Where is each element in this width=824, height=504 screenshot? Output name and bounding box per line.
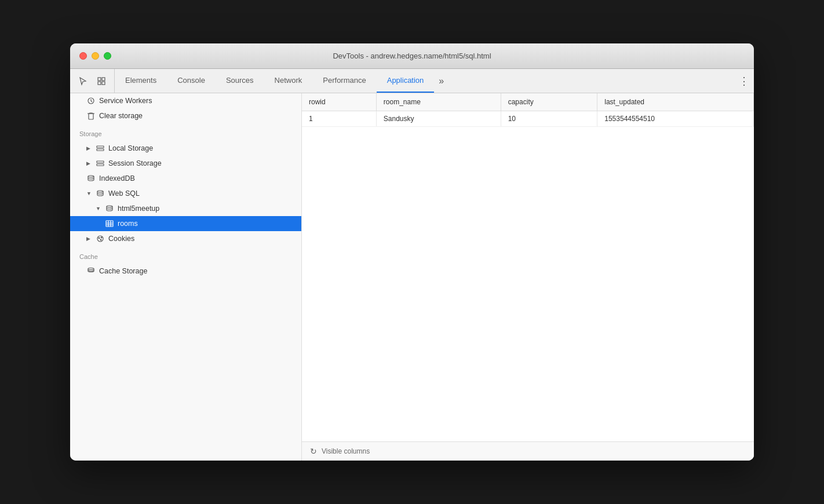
cell-rowid: 1 bbox=[302, 111, 376, 127]
content-area: Service Workers Clear storage Storage bbox=[70, 93, 754, 461]
maximize-button[interactable] bbox=[104, 52, 111, 60]
storage-section-label: Storage bbox=[70, 123, 301, 141]
sidebar-item-indexed-db[interactable]: IndexedDB bbox=[70, 171, 301, 186]
session-storage-icon bbox=[96, 159, 105, 168]
session-storage-chevron: ▶ bbox=[86, 160, 92, 166]
inspect-icon[interactable] bbox=[93, 73, 110, 89]
local-storage-chevron: ▶ bbox=[86, 145, 92, 151]
sidebar-item-cache-storage[interactable]: Cache Storage bbox=[70, 264, 301, 279]
svg-rect-5 bbox=[97, 146, 104, 148]
service-workers-icon bbox=[86, 96, 96, 105]
tab-elements[interactable]: Elements bbox=[115, 69, 167, 93]
data-table: rowid room_name capacity last_updated 1 … bbox=[302, 93, 754, 127]
tab-network[interactable]: Network bbox=[264, 69, 313, 93]
table-row[interactable]: 1 Sandusky 10 1553544554510 bbox=[302, 111, 754, 127]
svg-point-9 bbox=[88, 176, 94, 177]
html5meetup-icon bbox=[105, 204, 114, 213]
tab-more-button[interactable]: » bbox=[434, 69, 449, 93]
sidebar-item-cookies[interactable]: ▶ Cookies bbox=[70, 231, 301, 246]
titlebar: DevTools - andrew.hedges.name/html5/sql.… bbox=[70, 43, 754, 69]
svg-point-13 bbox=[97, 236, 103, 242]
col-capacity: capacity bbox=[501, 93, 597, 111]
col-last-updated: last_updated bbox=[597, 93, 754, 111]
trash-icon bbox=[86, 111, 96, 120]
traffic-lights bbox=[79, 52, 111, 60]
table-header-row: rowid room_name capacity last_updated bbox=[302, 93, 754, 111]
cell-capacity: 10 bbox=[501, 111, 597, 127]
sidebar-item-clear-storage[interactable]: Clear storage bbox=[70, 108, 301, 123]
sidebar-item-local-storage[interactable]: ▶ Local Storage bbox=[70, 141, 301, 156]
minimize-button[interactable] bbox=[92, 52, 99, 60]
indexed-db-icon bbox=[86, 174, 96, 183]
svg-point-10 bbox=[97, 191, 103, 192]
svg-point-11 bbox=[107, 206, 112, 207]
cell-last-updated: 1553544554510 bbox=[597, 111, 754, 127]
sidebar-item-session-storage[interactable]: ▶ Session Storage bbox=[70, 156, 301, 171]
local-storage-icon bbox=[96, 144, 105, 153]
tab-menu-button[interactable]: ⋮ bbox=[734, 69, 754, 93]
svg-rect-2 bbox=[98, 82, 101, 85]
sidebar: Service Workers Clear storage Storage bbox=[70, 93, 302, 461]
cache-storage-icon bbox=[86, 266, 96, 276]
sidebar-item-html5meetup[interactable]: ▼ html5meetup bbox=[70, 201, 301, 216]
svg-point-14 bbox=[99, 238, 100, 239]
cache-section-label: Cache bbox=[70, 246, 301, 264]
devtools-window: DevTools - andrew.hedges.name/html5/sql.… bbox=[70, 43, 754, 461]
svg-point-16 bbox=[101, 237, 102, 238]
cookies-icon bbox=[96, 234, 105, 243]
svg-rect-12 bbox=[106, 221, 113, 227]
col-room-name: room_name bbox=[376, 93, 501, 111]
html5meetup-chevron: ▼ bbox=[96, 206, 101, 211]
table-footer: ↻ Visible columns bbox=[302, 441, 754, 461]
toolbar: Elements Console Sources Network Perform… bbox=[70, 69, 754, 93]
svg-rect-0 bbox=[98, 78, 101, 81]
window-title: DevTools - andrew.hedges.name/html5/sql.… bbox=[333, 52, 491, 60]
web-sql-chevron: ▼ bbox=[86, 191, 92, 196]
svg-rect-7 bbox=[97, 161, 104, 163]
col-rowid: rowid bbox=[302, 93, 376, 111]
svg-point-15 bbox=[100, 239, 101, 240]
refresh-icon[interactable]: ↻ bbox=[310, 447, 317, 456]
close-button[interactable] bbox=[79, 52, 87, 60]
svg-rect-8 bbox=[97, 164, 104, 166]
sidebar-item-web-sql[interactable]: ▼ Web SQL bbox=[70, 186, 301, 201]
svg-rect-1 bbox=[102, 78, 105, 81]
tabs: Elements Console Sources Network Perform… bbox=[115, 69, 754, 93]
cell-room-name: Sandusky bbox=[376, 111, 501, 127]
sidebar-item-service-workers[interactable]: Service Workers bbox=[70, 93, 301, 108]
web-sql-icon bbox=[96, 189, 105, 198]
svg-point-17 bbox=[88, 268, 94, 270]
table-container[interactable]: rowid room_name capacity last_updated 1 … bbox=[302, 93, 754, 441]
devtools-body: Elements Console Sources Network Perform… bbox=[70, 69, 754, 461]
tab-console[interactable]: Console bbox=[167, 69, 216, 93]
tab-application[interactable]: Application bbox=[377, 69, 435, 93]
cookies-chevron: ▶ bbox=[86, 236, 92, 242]
rooms-table-icon bbox=[105, 219, 114, 228]
tab-sources[interactable]: Sources bbox=[216, 69, 264, 93]
sidebar-item-rooms[interactable]: rooms bbox=[70, 216, 301, 231]
tab-performance[interactable]: Performance bbox=[312, 69, 376, 93]
main-panel: rowid room_name capacity last_updated 1 … bbox=[302, 93, 754, 461]
toolbar-icons bbox=[70, 69, 115, 93]
svg-rect-3 bbox=[102, 82, 105, 85]
svg-rect-6 bbox=[97, 149, 104, 151]
visible-columns-label: Visible columns bbox=[322, 447, 370, 455]
cursor-icon[interactable] bbox=[75, 73, 91, 89]
